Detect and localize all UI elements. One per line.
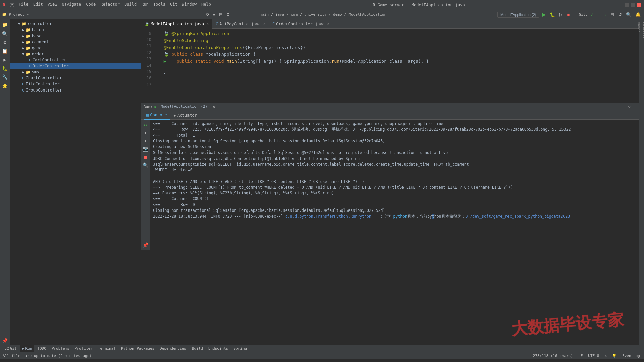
screenshot-icon[interactable]: 📷 (142, 145, 149, 153)
menu-window[interactable]: Window (180, 1, 199, 8)
scroll-up-icon[interactable]: ↑ (143, 129, 148, 136)
stop-icon[interactable]: ■ (143, 153, 148, 161)
bottom-tab-profiler[interactable]: Profiler (73, 345, 95, 352)
git-pull[interactable]: ↓ (603, 11, 608, 18)
console-tab-actuator[interactable]: ◈ Actuator (171, 111, 200, 120)
tree-item-order[interactable]: ▼ 📁 order (10, 51, 141, 57)
sidebar-icon-3[interactable]: ⚙ (2, 38, 7, 46)
pin-icon[interactable]: 📌 (142, 241, 149, 249)
menu-file[interactable]: File (17, 1, 31, 8)
power-save-indicator[interactable]: 💡 (611, 354, 618, 358)
bottom-tab-problems[interactable]: Problems (50, 345, 71, 352)
bottom-tab-endpoints[interactable]: Endpoints (206, 345, 230, 352)
code-content[interactable]: 🍃 @SpringBootApplication @EnableScheduli… (154, 30, 639, 101)
menu-help[interactable]: Help (199, 1, 213, 8)
menu-code[interactable]: Code (84, 1, 98, 8)
sidebar-icon-4[interactable]: 📋 (1, 47, 9, 55)
console-content[interactable]: <== Columns: id, gameid, name, identify,… (150, 120, 639, 250)
tab-alipay[interactable]: C AliPayConfig.java × (212, 19, 269, 29)
run-button[interactable]: ▶ (540, 11, 547, 18)
close-button[interactable] (637, 3, 641, 7)
indent-indicator[interactable]: ⚠ (603, 354, 608, 358)
sidebar-icon-2[interactable]: 🔍 (1, 29, 9, 38)
run-config-dropdown[interactable]: ModelFApplication (2) (497, 12, 539, 18)
maximize-button[interactable] (631, 3, 635, 7)
sidebar-icon-6[interactable]: 🐛 (1, 64, 9, 72)
expand-button[interactable]: ≡ (212, 11, 217, 18)
encoding-indicator[interactable]: UTF-8 (587, 354, 600, 358)
collapse-button[interactable]: ⊟ (218, 11, 224, 18)
menu-tools[interactable]: Tools (151, 1, 167, 8)
run-minimize[interactable]: — (634, 105, 636, 109)
tree-item-filecontroller[interactable]: C FileController (10, 81, 141, 87)
bottom-tab-spring[interactable]: Spring (231, 345, 249, 352)
bottom-tab-todo[interactable]: TODO (35, 345, 48, 352)
hide-button[interactable]: — (232, 11, 239, 18)
tree-item-comment[interactable]: ▶ 📁 comment (10, 39, 141, 45)
code-editor[interactable]: 9 10 11 12 13 14 15 16 17 🍃 @SpringBootA… (141, 29, 639, 103)
menu-edit[interactable]: Edit (31, 1, 45, 8)
console-tab-console[interactable]: ▦ Console (144, 111, 170, 120)
tab-close[interactable]: × (263, 22, 265, 26)
rerun-icon[interactable]: ↺ (143, 121, 148, 128)
tab-close[interactable]: × (207, 22, 209, 26)
tree-item-cartcontroller[interactable]: C CartController (10, 57, 141, 63)
run-close[interactable]: × (213, 105, 215, 109)
run-coverage-button[interactable]: ▷ (558, 11, 564, 18)
menu-navigate[interactable]: Navigate (60, 1, 84, 8)
event-log[interactable]: EventLog (621, 354, 641, 358)
git-push[interactable]: ↑ (597, 11, 602, 18)
line-ending-indicator[interactable]: LF (577, 354, 584, 358)
tree-item-ordercontroller[interactable]: C OrderController (10, 63, 141, 69)
sidebar-icon-8[interactable]: ⭐ (1, 82, 9, 90)
stop-button[interactable]: ■ (566, 11, 571, 18)
tree-item-groupcontroller[interactable]: C GroupController (10, 87, 141, 93)
sidebar-icon-5[interactable]: ▶ (2, 56, 7, 64)
tree-item-baidu[interactable]: ▶ 📁 baidu (10, 27, 141, 33)
sync-button[interactable]: ⟳ (205, 11, 211, 18)
bottom-tab-python-packages[interactable]: Python Packages (119, 345, 156, 352)
notifications-button[interactable]: 🔔 (634, 11, 642, 18)
minimize-button[interactable] (625, 3, 629, 7)
tree-item-chartcontroller[interactable]: C ChartController (10, 75, 141, 81)
tree-label: order (32, 52, 44, 56)
menu-bar[interactable]: 文 File Edit View Navigate Code Refactor … (8, 1, 213, 8)
database-tab[interactable]: Database (642, 21, 644, 40)
bottom-tab-dependencies[interactable]: Dependencies (158, 345, 188, 352)
tree-item-controller[interactable]: ▼ 📁 controller (10, 21, 141, 27)
menu-view[interactable]: View (46, 1, 59, 8)
tab-close[interactable]: × (327, 22, 329, 26)
tree-item-game[interactable]: ▶ 📁 game (10, 45, 141, 51)
bottom-tab-run-label: Run (25, 346, 32, 351)
git-history[interactable]: ⊞ (609, 11, 615, 18)
menu-run[interactable]: Run (139, 1, 151, 8)
settings-button[interactable]: ⚙ (225, 11, 231, 18)
position-indicator[interactable]: 273:118 (16 chars) (532, 354, 574, 358)
git-revert[interactable]: ↺ (617, 11, 623, 18)
menu-refactor[interactable]: Refactor (98, 1, 122, 8)
run-settings[interactable]: ⚙ (628, 105, 631, 109)
menu-wen[interactable]: 文 (8, 1, 16, 8)
bottom-tab-run[interactable]: ▶ Run (20, 345, 34, 352)
bottom-tab-git[interactable]: ⎇ Git (3, 345, 19, 352)
debug-button[interactable]: 🐛 (548, 11, 557, 18)
git-commit[interactable]: ✓ (589, 11, 595, 18)
scroll-down-icon[interactable]: ↓ (143, 137, 148, 144)
run-tab-active[interactable]: ModelFApplication (2) (159, 104, 209, 109)
sidebar-icon-1[interactable]: 📁 (1, 21, 9, 29)
menu-build[interactable]: Build (122, 1, 139, 8)
filter-icon[interactable]: 🔍 (142, 161, 149, 169)
sidebar-icon-7[interactable]: 🔧 (1, 73, 9, 81)
bottom-tab-build[interactable]: Build (190, 345, 205, 352)
tab-modelfapplication[interactable]: 🍃 ModelFApplication.java × (141, 19, 212, 29)
tab-ordercontroller[interactable]: C OrderController.java × (269, 19, 333, 29)
tree-item-base[interactable]: ▶ 📁 base (10, 33, 141, 39)
menu-git[interactable]: Git (168, 1, 179, 8)
sidebar-icon-bottom[interactable]: 📌 (1, 337, 9, 345)
project-dropdown[interactable]: 📁 Project ▾ (2, 12, 29, 17)
tree-item-sms[interactable]: ▶ 📁 sms (10, 69, 141, 75)
window-controls[interactable] (625, 3, 641, 7)
search-button[interactable]: 🔍 (625, 11, 633, 18)
bottom-tab-terminal[interactable]: Terminal (96, 345, 118, 352)
maven-tab[interactable]: Maven (636, 21, 641, 40)
